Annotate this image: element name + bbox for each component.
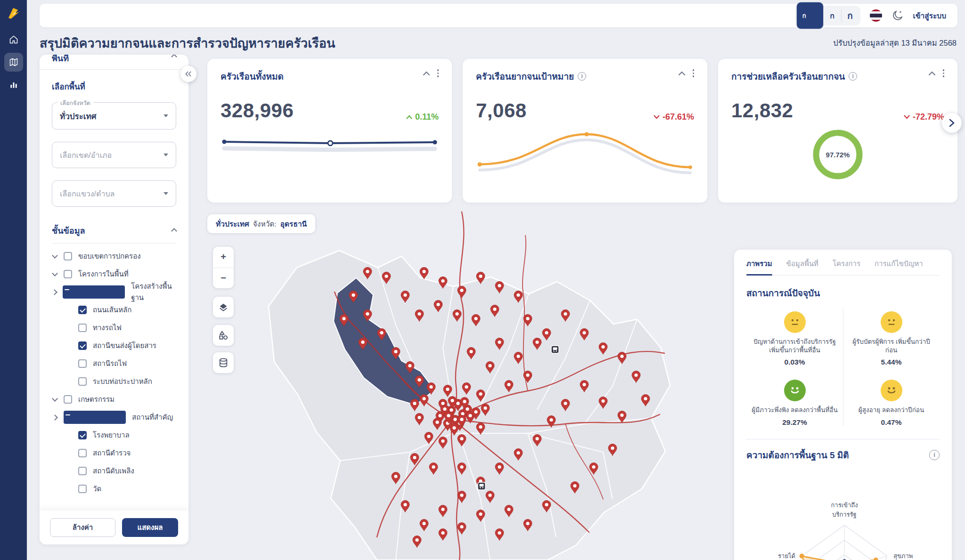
tab-area-data[interactable]: ข้อมูลพื้นที่	[786, 258, 818, 275]
map-layers-button[interactable]	[213, 297, 234, 317]
checkbox-unchecked[interactable]	[78, 485, 87, 493]
map-breadcrumb-chip[interactable]: ทั่วประเทศ จังหวัด: อุดรธานี	[207, 214, 315, 233]
layers-heading: ชั้นข้อมูล	[52, 224, 85, 237]
checkbox-unchecked[interactable]	[64, 395, 72, 404]
map-canvas[interactable]	[198, 207, 763, 560]
collapse-chevron-icon[interactable]	[679, 71, 685, 75]
logo-icon	[6, 6, 21, 21]
district-select[interactable]: เลือกเขต/อำเภอ	[52, 142, 176, 168]
chevron-down-icon	[164, 114, 168, 117]
checkbox-checked[interactable]	[78, 341, 87, 350]
tab-problem-solving[interactable]: การแก้ไขปัญหา	[875, 258, 923, 275]
cards-next-button[interactable]	[942, 113, 962, 133]
situation-heading: สถานการณ์ปัจจุบัน	[746, 286, 940, 300]
nav-stats-button[interactable]	[4, 75, 23, 94]
clear-button[interactable]: ล้างค่า	[50, 518, 115, 537]
map-data-button[interactable]	[213, 352, 234, 373]
dark-mode-moon-icon[interactable]	[891, 9, 904, 22]
card-title: ครัวเรือนยากจนเป้าหมาย	[476, 69, 586, 83]
font-size-small-button[interactable]: ก	[796, 2, 824, 29]
sidebar-title: พื้นที่	[52, 55, 69, 65]
chevron-right-icon[interactable]	[52, 415, 57, 420]
card-value: 328,996	[221, 99, 294, 122]
indicator-label: ผู้รับบัตรผู้พิการ เพิ่มขึ้นกว่าปีก่อน	[848, 338, 935, 355]
chevron-down-icon[interactable]	[52, 398, 57, 401]
card-value: 7,068	[476, 99, 527, 122]
province-select[interactable]: เลือกจังหวัด ทั่วประเทศ	[52, 102, 176, 130]
layer-row-temple[interactable]: วัด	[52, 480, 176, 498]
checkbox-unchecked[interactable]	[78, 449, 87, 457]
checkbox-unchecked[interactable]	[64, 252, 72, 260]
layer-row-police-station[interactable]: สถานีตำรวจ	[52, 444, 176, 462]
checkbox-indeterminate[interactable]	[64, 411, 126, 424]
bar-chart-icon	[9, 80, 18, 89]
checkbox-unchecked[interactable]	[78, 324, 87, 332]
chip-scope: ทั่วประเทศ	[216, 218, 249, 230]
layer-row-landmarks[interactable]: สถานที่สำคัญ	[52, 408, 176, 426]
home-icon	[9, 35, 18, 44]
chevron-down-icon[interactable]	[52, 273, 57, 276]
layer-row-bus-terminal[interactable]: สถานีขนส่งผู้โดยสาร	[52, 337, 176, 355]
layer-row-main-roads[interactable]: ถนนเส้นหลัก	[52, 301, 176, 319]
layer-row-fire-station[interactable]: สถานีดับเพลิง	[52, 462, 176, 480]
province-select-value: ทั่วประเทศ	[60, 110, 97, 122]
kebab-menu-icon[interactable]	[437, 69, 439, 77]
layer-label: สถานีดับเพลิง	[93, 465, 134, 477]
info-icon[interactable]	[578, 72, 586, 81]
chevron-right-icon[interactable]	[52, 290, 57, 294]
checkbox-checked[interactable]	[78, 306, 87, 314]
indicator-label: ผู้สูงอายุ ลดลงกว่าปีก่อน	[848, 406, 935, 414]
layer-row-agriculture[interactable]: เกษตรกรรม	[52, 390, 176, 408]
delta-badge: -67.61%	[654, 112, 694, 122]
last-updated-text: ปรับปรุงข้อมูลล่าสุด 13 มีนาคม 2568	[833, 37, 957, 49]
layer-label: วัด	[93, 483, 101, 495]
card-total-households: ครัวเรือนทั้งหมด 328,996 0.11%	[207, 59, 452, 203]
layer-row-admin-boundary[interactable]: ขอบเขตการปกครอง	[52, 247, 176, 265]
indicator-value: 0.03%	[751, 358, 838, 366]
tab-projects[interactable]: โครงการ	[833, 258, 860, 275]
thai-flag-icon[interactable]	[870, 9, 882, 22]
font-size-medium-button[interactable]: ก	[824, 7, 841, 24]
layers-icon	[218, 302, 229, 312]
info-icon[interactable]	[929, 450, 940, 460]
sparkline-target-poor	[476, 125, 694, 178]
nav-map-button[interactable]	[4, 53, 23, 72]
layer-row-railway[interactable]: ทางรถไฟ	[52, 319, 176, 337]
checkbox-unchecked[interactable]	[78, 467, 87, 475]
zoom-in-button[interactable]	[213, 247, 234, 268]
zoom-out-button[interactable]	[213, 268, 234, 289]
checkbox-unchecked[interactable]	[78, 359, 87, 368]
tab-overview[interactable]: ภาพรวม	[746, 258, 772, 275]
collapse-chevron-icon[interactable]	[929, 71, 935, 75]
checkbox-unchecked[interactable]	[64, 270, 72, 278]
checkbox-checked[interactable]	[78, 431, 87, 439]
kebab-menu-icon[interactable]	[943, 69, 945, 77]
checkbox-indeterminate[interactable]	[63, 285, 125, 299]
chevron-up-icon[interactable]	[172, 55, 176, 60]
apply-button[interactable]: แสดงผล	[122, 518, 178, 537]
nav-home-button[interactable]	[4, 30, 23, 49]
top-bar: ก ก ก เข้าสู่ระบบ	[40, 4, 957, 27]
chevron-up-icon[interactable]	[172, 227, 176, 235]
login-link[interactable]: เข้าสู่ระบบ	[913, 10, 946, 22]
arrow-down-icon	[904, 115, 910, 119]
layer-row-water-main[interactable]: ระบบท่อประปาหลัก	[52, 373, 176, 390]
nav-rail	[0, 0, 27, 560]
sidebar-collapse-button[interactable]	[180, 66, 196, 82]
layer-row-infrastructure[interactable]: โครงสร้างพื้นฐาน	[52, 283, 176, 301]
kebab-menu-icon[interactable]	[693, 69, 695, 77]
checkbox-unchecked[interactable]	[78, 377, 87, 386]
assist-gauge: 97.72%	[809, 126, 867, 183]
indicator-dependency: ผู้มีภาวะพึ่งพิง ลดลงกว่าพื้นที่อื่น 29.…	[746, 371, 843, 431]
collapse-chevron-icon[interactable]	[423, 71, 430, 75]
chevron-down-icon[interactable]	[52, 255, 57, 258]
layer-label: สถานีขนส่งผู้โดยสาร	[93, 340, 156, 351]
info-icon[interactable]	[849, 72, 857, 81]
indicator-elderly: ผู้สูงอายุ ลดลงกว่าปีก่อน 0.47%	[843, 371, 940, 431]
map-shapes-button[interactable]	[213, 325, 234, 346]
layer-row-train-station[interactable]: สถานีรถไฟ	[52, 355, 176, 373]
font-size-large-button[interactable]: ก	[842, 7, 859, 24]
layer-row-hospital[interactable]: โรงพยาบาล	[52, 426, 176, 444]
card-assisted-households: การช่วยเหลือครัวเรือนยากจน 12,832 -72.79…	[718, 59, 957, 203]
subdistrict-select[interactable]: เลือกแขวง/ตำบล	[52, 180, 176, 207]
